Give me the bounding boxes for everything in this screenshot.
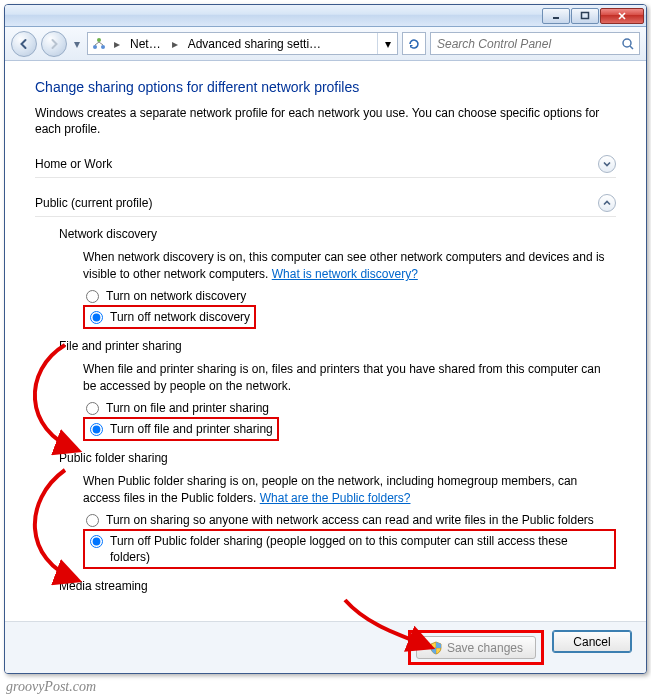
radio-pf-on[interactable]: Turn on sharing so anyone with network a… (83, 511, 616, 529)
button-label: Cancel (573, 635, 610, 649)
page-title: Change sharing options for different net… (35, 79, 616, 95)
save-changes-button[interactable]: Save changes (416, 636, 536, 659)
radio-fp-on[interactable]: Turn on file and printer sharing (83, 399, 616, 417)
section-label: Home or Work (35, 157, 598, 171)
svg-point-5 (93, 45, 97, 49)
subsection-media-streaming: Media streaming (59, 579, 616, 593)
radio-input[interactable] (86, 290, 99, 303)
radio-label: Turn off file and printer sharing (110, 421, 273, 437)
subsection-network-discovery: Network discovery When network discovery… (59, 227, 616, 329)
breadcrumb-advanced-sharing[interactable]: Advanced sharing setti… (182, 33, 328, 54)
radio-label: Turn off Public folder sharing (people l… (110, 533, 610, 565)
highlight-box: Turn off Public folder sharing (people l… (83, 529, 616, 569)
svg-point-6 (101, 45, 105, 49)
page-intro: Windows creates a separate network profi… (35, 105, 616, 137)
subsection-body: When Public folder sharing is on, people… (83, 473, 616, 507)
navigation-bar: ▾ ▸ Net… ▸ Advanced sharing setti… ▾ (5, 27, 646, 61)
radio-input[interactable] (90, 535, 103, 548)
section-public[interactable]: Public (current profile) (35, 190, 616, 217)
radio-input[interactable] (90, 311, 103, 324)
svg-rect-1 (582, 12, 589, 18)
svg-line-8 (630, 46, 633, 49)
maximize-button[interactable] (571, 8, 599, 24)
svg-point-7 (623, 39, 631, 47)
chevron-up-icon (598, 194, 616, 212)
subsection-title: Media streaming (59, 579, 616, 593)
help-link-public-folders[interactable]: What are the Public folders? (260, 491, 411, 505)
refresh-button[interactable] (402, 32, 426, 55)
close-button[interactable] (600, 8, 644, 24)
subsection-title: File and printer sharing (59, 339, 616, 353)
subsection-title: Public folder sharing (59, 451, 616, 465)
nav-history-dropdown[interactable]: ▾ (71, 34, 83, 54)
section-label: Public (current profile) (35, 196, 598, 210)
subsection-title: Network discovery (59, 227, 616, 241)
nav-forward-button[interactable] (41, 31, 67, 57)
radio-fp-off[interactable]: Turn off file and printer sharing (87, 420, 273, 438)
search-box[interactable] (430, 32, 640, 55)
minimize-button[interactable] (542, 8, 570, 24)
address-dropdown-button[interactable]: ▾ (377, 33, 397, 54)
radio-nd-off[interactable]: Turn off network discovery (87, 308, 250, 326)
radio-input[interactable] (90, 423, 103, 436)
breadcrumb-network[interactable]: Net… (124, 33, 168, 54)
radio-input[interactable] (86, 514, 99, 527)
button-bar: Save changes Cancel (5, 621, 646, 673)
address-bar[interactable]: ▸ Net… ▸ Advanced sharing setti… ▾ (87, 32, 398, 55)
help-link-network-discovery[interactable]: What is network discovery? (272, 267, 418, 281)
section-home-or-work[interactable]: Home or Work (35, 151, 616, 178)
button-label: Save changes (447, 641, 523, 655)
radio-input[interactable] (86, 402, 99, 415)
breadcrumb-arrow-icon[interactable]: ▸ (168, 33, 182, 54)
cancel-button[interactable]: Cancel (552, 630, 632, 653)
subsection-body: When file and printer sharing is on, fil… (83, 361, 616, 395)
highlight-box: Turn off file and printer sharing (83, 417, 279, 441)
highlight-box: Turn off network discovery (83, 305, 256, 329)
chevron-down-icon (598, 155, 616, 173)
subsection-public-folder-sharing: Public folder sharing When Public folder… (59, 451, 616, 569)
radio-label: Turn on file and printer sharing (106, 400, 269, 416)
control-panel-window: ▾ ▸ Net… ▸ Advanced sharing setti… ▾ Cha… (4, 4, 647, 674)
svg-point-4 (97, 38, 101, 42)
breadcrumb-arrow-icon[interactable]: ▸ (110, 33, 124, 54)
subsection-body: When network discovery is on, this compu… (83, 249, 616, 283)
shield-icon (429, 641, 443, 655)
search-icon (617, 37, 639, 51)
window-titlebar (5, 5, 646, 27)
radio-label: Turn on sharing so anyone with network a… (106, 512, 594, 528)
radio-pf-off[interactable]: Turn off Public folder sharing (people l… (87, 532, 610, 566)
highlight-box: Save changes (408, 630, 544, 665)
radio-nd-on[interactable]: Turn on network discovery (83, 287, 616, 305)
subsection-file-printer-sharing: File and printer sharing When file and p… (59, 339, 616, 441)
search-input[interactable] (431, 37, 617, 51)
watermark: groovyPost.com (6, 679, 96, 695)
network-icon (88, 33, 110, 54)
radio-label: Turn on network discovery (106, 288, 246, 304)
content-area: Change sharing options for different net… (5, 61, 646, 621)
radio-label: Turn off network discovery (110, 309, 250, 325)
nav-back-button[interactable] (11, 31, 37, 57)
